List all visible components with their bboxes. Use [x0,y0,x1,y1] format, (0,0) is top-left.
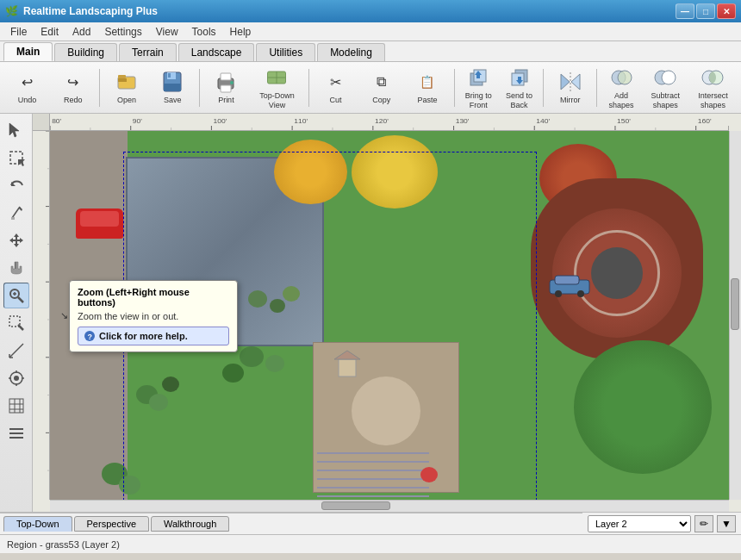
redo-label: Redo [64,96,83,105]
tool-measure[interactable] [3,338,29,364]
sendtoback-button[interactable]: Send toBack [500,65,539,111]
separator-5 [543,69,544,107]
menubar: File Edit Add Settings View Tools Help [0,22,741,41]
car-body [80,211,119,227]
save-button[interactable]: Save [151,65,195,111]
svg-rect-1 [118,78,127,82]
cut-icon [324,70,348,94]
menu-view[interactable]: View [149,24,185,40]
paste-button[interactable]: Paste [405,65,449,111]
canvas-area[interactable]: /* ruler ticks rendered below */ 80' 90'… [33,114,741,512]
undo-button[interactable]: Undo [5,65,49,111]
menu-help[interactable]: Help [223,24,258,40]
menu-add[interactable]: Add [65,24,97,40]
svg-point-24 [618,71,632,84]
svg-marker-36 [9,233,23,247]
status-text: Region - grass53 (Layer 2) [7,539,120,550]
view-tab-perspective[interactable]: Perspective [74,516,149,532]
intersectshapes-button[interactable]: Intersectshapes [690,65,736,111]
tool-undo[interactable] [3,172,29,198]
svg-point-110 [577,290,584,297]
print-button[interactable]: Print [204,65,248,111]
svg-text:140': 140' [536,117,550,125]
svg-text:90': 90' [133,117,143,125]
tab-terrain[interactable]: Terrain [119,43,177,61]
tooltip-title: Zoom (Left+Right mouse buttons) [78,287,229,308]
layer-edit-button[interactable]: ✏ [694,515,713,532]
tab-utilities[interactable]: Utilities [256,43,315,61]
svg-rect-37 [15,262,16,269]
svg-rect-108 [555,276,579,284]
svg-rect-105 [339,359,356,376]
lawn-circle [574,340,712,474]
svg-point-109 [555,290,562,297]
layer-selector[interactable]: Layer 1 Layer 2 Layer 3 [588,515,691,532]
menu-edit[interactable]: Edit [34,24,65,40]
gazebo-icon [330,346,364,381]
bringtofront-icon [466,65,490,90]
intersectshapes-label: Intersectshapes [698,91,728,110]
print-label: Print [218,96,234,105]
svg-point-26 [662,71,676,84]
tab-building[interactable]: Building [54,43,117,61]
tab-landscape[interactable]: Landscape [178,43,255,61]
addshapes-button[interactable]: Addshapes [601,65,640,111]
layer-controls: Layer 1 Layer 2 Layer 3 ✏ ▼ [582,515,741,532]
minimize-button[interactable]: — [676,3,694,19]
separator-3 [308,69,309,107]
view-tab-topdown[interactable]: Top-Down [3,516,72,532]
svg-text:?: ? [88,333,93,341]
tool-zoom-box[interactable] [3,310,29,336]
cut-button[interactable]: Cut [314,65,358,111]
subtractshapes-button[interactable]: Subtractshapes [643,65,688,111]
topdown-button[interactable]: Top-DownView [250,65,304,111]
pool-drain [591,247,643,299]
copy-button[interactable]: Copy [359,65,403,111]
tool-grid[interactable] [3,393,29,419]
tool-draw[interactable] [3,200,29,226]
tab-modeling[interactable]: Modeling [317,43,385,61]
titlebar: 🌿 Realtime Landscaping Plus — □ ✕ [0,0,741,22]
redo-icon [61,70,85,94]
svg-text:150': 150' [617,117,631,125]
tool-layer[interactable] [3,420,29,446]
horizontal-scrollbar[interactable] [50,500,729,512]
menu-settings[interactable]: Settings [97,24,148,40]
redo-button[interactable]: Redo [51,65,95,111]
mirror-icon [558,70,582,94]
undo-label: Undo [18,96,37,105]
undo-icon [16,70,40,94]
menu-file[interactable]: File [3,24,34,40]
top-right-car [548,273,591,297]
horizontal-scroll-thumb[interactable] [321,501,390,510]
layer-menu-button[interactable]: ▼ [717,515,736,532]
main-area: /* ruler ticks rendered below */ 80' 90'… [0,114,741,512]
vertical-scrollbar[interactable] [729,131,741,500]
tool-snap[interactable] [3,365,29,391]
copy-icon [370,70,394,94]
svg-line-43 [18,325,23,330]
subtractshapes-icon [653,65,677,90]
svg-marker-21 [571,74,580,90]
tab-main[interactable]: Main [3,42,53,61]
maximize-button[interactable]: □ [696,3,715,19]
close-button[interactable]: ✕ [717,3,736,19]
view-tab-walkthrough[interactable]: Walkthrough [151,516,229,532]
menu-tools[interactable]: Tools [185,24,223,40]
print-icon [214,70,238,94]
tool-move[interactable] [3,227,29,253]
mirror-button[interactable]: Mirror [548,65,592,111]
tool-pan[interactable] [3,255,29,281]
tool-zoom[interactable] [3,283,29,308]
addshapes-icon [609,65,633,90]
tool-select-area[interactable] [3,145,29,171]
svg-rect-9 [221,85,231,92]
tool-select[interactable] [3,117,29,143]
open-button[interactable]: Open [104,65,148,111]
bottom-tabs: Top-Down Perspective Walkthrough [0,513,582,534]
bringtofront-button[interactable]: Bring toFront [459,65,498,111]
vertical-scroll-thumb[interactable] [731,278,739,330]
tooltip-help-link[interactable]: ? Click for more help. [78,327,229,345]
svg-point-48 [14,376,19,381]
svg-marker-20 [561,74,570,90]
